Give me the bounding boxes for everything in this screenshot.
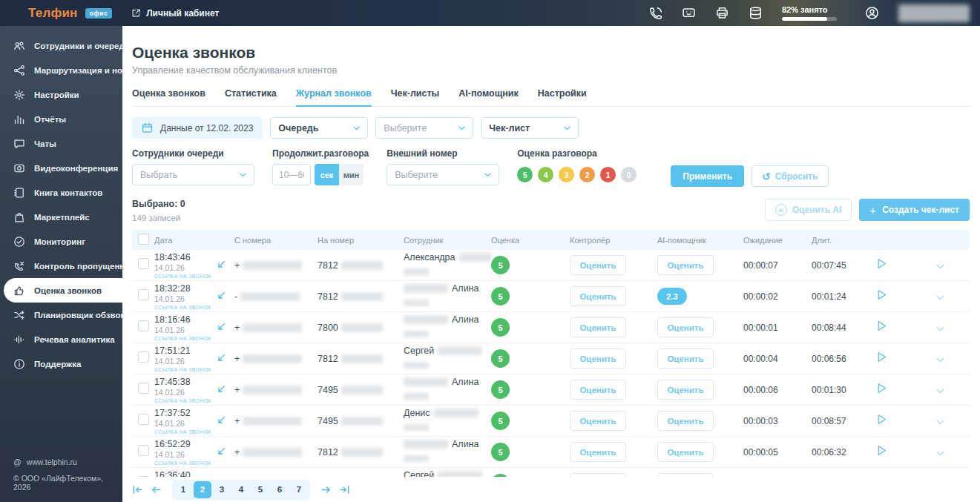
call-link[interactable]: ссылка на звонок (154, 336, 217, 341)
tab[interactable]: Статистика (225, 88, 277, 107)
row-checkbox[interactable] (138, 320, 149, 331)
score-dot[interactable]: 4 (538, 167, 553, 182)
tab[interactable]: Чек-листы (391, 88, 440, 107)
play-icon[interactable] (877, 258, 887, 269)
secondary-select[interactable]: Выберите (375, 117, 473, 139)
controller-rate-button[interactable]: Оценить (570, 380, 626, 400)
call-link[interactable]: ссылка на звонок (154, 367, 217, 372)
score-dot[interactable]: 0 (621, 167, 637, 182)
score-dot[interactable]: 1 (600, 167, 616, 182)
sidebar-item[interactable]: Маршрутизация и номера (0, 58, 122, 82)
controller-rate-button[interactable]: Оценить (570, 442, 626, 462)
site-link[interactable]: @ www.telphin.ru (13, 458, 122, 466)
page-button[interactable]: 5 (251, 481, 269, 498)
expand-chevron-icon[interactable] (936, 357, 944, 363)
sidebar-item[interactable]: Настройки (0, 82, 122, 107)
ai-rate-button[interactable]: Оценить (657, 317, 714, 337)
duration-range-input[interactable] (272, 164, 311, 185)
call-link[interactable]: ссылка на звонок (154, 274, 217, 279)
sidebar-item[interactable]: Маркетплейс (0, 205, 122, 229)
ai-rate-button[interactable]: Оценить (657, 411, 714, 431)
previous-page-icon[interactable] (151, 485, 162, 495)
row-checkbox[interactable] (138, 289, 149, 300)
sidebar-item[interactable]: Мониторинг (0, 229, 122, 254)
controller-rate-button[interactable]: Оценить (570, 317, 626, 337)
apply-button[interactable]: Применить (671, 165, 744, 187)
page-button[interactable]: 4 (232, 481, 250, 498)
queue-select[interactable]: Очередь (270, 117, 368, 139)
page-button[interactable]: 7 (290, 481, 308, 498)
ai-rate-button[interactable]: Оценить (657, 442, 714, 462)
expand-chevron-icon[interactable] (936, 264, 944, 269)
tab[interactable]: Настройки (538, 88, 587, 107)
employees-select[interactable]: Выбрать (132, 164, 254, 185)
checklist-select[interactable]: Чек-лист (481, 117, 579, 139)
play-icon[interactable] (877, 351, 887, 363)
score-dot[interactable]: 5 (517, 167, 533, 182)
user-name-redacted[interactable] (898, 4, 970, 22)
sidebar-item[interactable]: Поддержка (0, 351, 122, 376)
first-page-icon[interactable] (132, 485, 143, 495)
profile-icon[interactable] (865, 6, 879, 20)
sidebar-item[interactable]: Книга контактов (0, 180, 122, 205)
row-checkbox[interactable] (138, 351, 149, 363)
row-checkbox[interactable] (138, 383, 149, 394)
sidebar-item[interactable]: Отчёты (0, 107, 122, 131)
sidebar-item[interactable]: Оценка звонков (4, 278, 122, 303)
printer-icon[interactable] (715, 6, 729, 20)
controller-rate-button[interactable]: Оценить (570, 349, 626, 369)
play-icon[interactable] (877, 320, 887, 331)
play-icon[interactable] (877, 445, 887, 456)
sidebar-item[interactable]: Контроль пропущенных (0, 254, 122, 278)
personal-cabinet-link[interactable]: Личный кабинет (131, 8, 219, 19)
sidebar-item[interactable]: Чаты (0, 131, 122, 156)
controller-rate-button[interactable]: Оценить (570, 411, 626, 431)
controller-rate-button[interactable]: Оценить (570, 286, 626, 306)
phone-icon[interactable] (648, 6, 662, 20)
unit-sec-toggle[interactable]: сек (315, 164, 339, 185)
tab[interactable]: Журнал звонков (296, 88, 372, 107)
date-filter[interactable]: Данные от 12.02. 2023 (132, 117, 263, 139)
call-link[interactable]: ссылка на звонок (154, 398, 217, 403)
call-link[interactable]: ссылка на звонок (154, 429, 217, 435)
page-button[interactable]: 3 (213, 481, 231, 498)
play-icon[interactable] (877, 289, 887, 300)
page-button[interactable]: 2 (194, 481, 211, 498)
chat-icon[interactable] (682, 6, 696, 20)
call-link[interactable]: ссылка на звонок (154, 460, 217, 466)
page-button[interactable]: 6 (271, 481, 289, 498)
page-button[interactable]: 1 (174, 481, 192, 498)
tab[interactable]: AI-помощник (458, 88, 518, 107)
score-dot[interactable]: 2 (579, 167, 595, 182)
row-checkbox[interactable] (138, 258, 149, 269)
play-icon[interactable] (877, 414, 887, 425)
sidebar-item[interactable]: Речевая аналитика (0, 327, 122, 351)
expand-chevron-icon[interactable] (936, 420, 944, 425)
ai-rate-button[interactable]: Оценить (657, 255, 714, 275)
ai-rate-button[interactable]: Оценить (657, 380, 714, 400)
storage-icon[interactable] (749, 6, 763, 20)
expand-chevron-icon[interactable] (936, 326, 944, 331)
last-page-icon[interactable] (339, 485, 350, 495)
row-checkbox[interactable] (138, 414, 149, 425)
expand-chevron-icon[interactable] (936, 451, 944, 456)
play-icon[interactable] (877, 383, 887, 394)
select-all-checkbox[interactable] (138, 234, 149, 245)
unit-min-toggle[interactable]: мин (339, 164, 364, 185)
create-checklist-button[interactable]: + Создать чек-лист (859, 199, 970, 221)
telphin-logo[interactable]: Телфин (28, 6, 78, 21)
row-checkbox[interactable] (138, 445, 149, 456)
sidebar-item[interactable]: Сотрудники и очереди (0, 33, 122, 58)
external-number-select[interactable]: Выберите (387, 164, 499, 185)
expand-chevron-icon[interactable] (936, 295, 944, 300)
sidebar-item[interactable]: Планировщик обзвонов (0, 303, 122, 327)
ai-rate-button[interactable]: Оценить (657, 349, 714, 369)
score-dot[interactable]: 3 (559, 167, 574, 182)
tab[interactable]: Оценка звонков (132, 88, 205, 107)
expand-chevron-icon[interactable] (936, 389, 944, 394)
sidebar-item[interactable]: Видеоконференция (0, 156, 122, 180)
rate-ai-button[interactable]: AI Оценить AI (765, 199, 852, 221)
call-link[interactable]: ссылка на звонок (154, 305, 217, 310)
next-page-icon[interactable] (320, 485, 332, 495)
controller-rate-button[interactable]: Оценить (570, 255, 626, 275)
